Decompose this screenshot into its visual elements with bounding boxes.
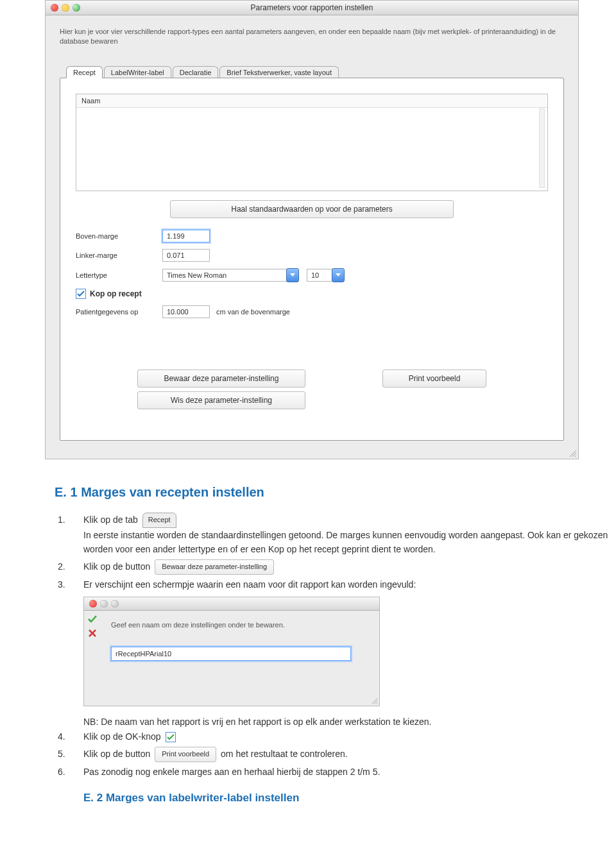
parameters-window: Parameters voor rapporten instellen Hier… [45, 0, 579, 459]
tab-recept[interactable]: Recept [66, 66, 103, 78]
step-3-text: Er verschijnt een schermpje waarin een n… [83, 577, 416, 591]
chevron-down-icon [336, 273, 341, 277]
minimize-icon [100, 600, 108, 608]
resize-handle[interactable] [46, 447, 578, 459]
font-select[interactable]: Times New Roman [162, 269, 287, 282]
section-heading-e1: E. 1 Marges van recepten instellen [55, 485, 616, 500]
top-margin-label: Boven-marge [76, 232, 162, 240]
dialog-name-input[interactable]: rReceptHPArial10 [111, 647, 351, 661]
inline-preview-button: Print voorbeeld [155, 747, 216, 762]
inline-ok-checkbox [166, 732, 176, 742]
step-2-text-a: Klik op de button [83, 561, 150, 572]
tab-declaratie[interactable]: Declaratie [173, 66, 219, 78]
font-dropdown-button[interactable] [286, 268, 299, 282]
ok-button[interactable] [87, 613, 98, 625]
dialog-message: Geef een naam om deze instellingen onder… [111, 621, 369, 629]
tab-bar: Recept LabelWriter-label Declaratie Brie… [66, 66, 564, 78]
close-icon[interactable] [89, 600, 97, 608]
step-3: Er verschijnt een schermpje waarin een n… [58, 577, 616, 591]
window-intro-text: Hier kun je voor vier verschillende rapp… [60, 27, 564, 47]
load-defaults-button[interactable]: Haal standaardwaarden op voor de paramet… [170, 200, 454, 218]
left-margin-label: Linker-marge [76, 251, 162, 259]
step-4-text: Klik op de OK-knop [83, 731, 161, 742]
step-6: Pas zonodig nog enkele marges aan en her… [58, 765, 616, 779]
step-1: Klik op de tab Recept In eerste instanti… [58, 513, 616, 557]
header-on-recipe-label: Kop op recept [90, 289, 142, 298]
chevron-down-icon [290, 273, 295, 277]
step-4: Klik op de OK-knop [58, 729, 616, 744]
check-icon [87, 614, 98, 624]
zoom-icon [111, 600, 119, 608]
cancel-button[interactable] [87, 627, 98, 639]
check-icon [167, 734, 175, 740]
close-icon [88, 629, 97, 638]
font-label: Lettertype [76, 271, 162, 279]
check-icon [77, 291, 85, 297]
resize-grip-icon [370, 697, 378, 704]
nb-text: NB: De naam van het rapport is vrij en h… [83, 717, 616, 727]
step-6-text: Pas zonodig nog enkele marges aan en her… [83, 765, 380, 779]
name-dialog: Geef een naam om deze instellingen onder… [83, 597, 380, 706]
print-preview-button[interactable]: Print voorbeeld [382, 370, 486, 387]
step-5-text-b: om het restultaat te controleren. [221, 749, 348, 759]
inline-save-button: Bewaar deze parameter-instelling [155, 559, 274, 575]
patient-data-suffix: cm van de bovenmarge [216, 308, 290, 316]
name-list-header: Naam [76, 94, 547, 108]
dialog-sidebar [84, 611, 101, 694]
patient-data-input[interactable]: 10.000 [162, 305, 210, 318]
patient-data-label: Patientgegevens op [76, 308, 162, 316]
window-title: Parameters voor rapporten instellen [46, 3, 578, 12]
font-size-dropdown-button[interactable] [332, 268, 345, 282]
section-heading-e2: E. 2 Marges van labelwriter-label instel… [83, 792, 616, 804]
resize-grip-icon [568, 448, 577, 457]
tab-panel-recept: Naam Haal standaardwaarden op voor de pa… [60, 78, 564, 441]
header-on-recipe-checkbox[interactable] [76, 289, 86, 299]
step-1-text-b: In eerste instantie worden de standaardi… [83, 530, 608, 554]
name-list[interactable]: Naam [76, 94, 548, 191]
tab-brief[interactable]: Brief Tekstverwerker, vaste layout [219, 66, 339, 78]
left-margin-input[interactable]: 0.071 [162, 249, 210, 262]
top-margin-input[interactable]: 1.199 [162, 230, 210, 243]
step-5: Klik op de button Print voorbeeld om het… [58, 747, 616, 762]
tab-labelwriter[interactable]: LabelWriter-label [104, 66, 171, 78]
step-1-text-a: Klik op de tab [83, 515, 138, 525]
dialog-titlebar [84, 597, 379, 611]
clear-settings-button[interactable]: Wis deze parameter-instelling [137, 391, 305, 409]
font-size-select[interactable]: 10 [307, 269, 332, 282]
inline-tab-recept: Recept [142, 513, 176, 528]
step-5-text-a: Klik op de button [83, 749, 150, 759]
save-settings-button[interactable]: Bewaar deze parameter-instelling [137, 370, 305, 387]
resize-handle[interactable] [84, 694, 379, 706]
window-titlebar: Parameters voor rapporten instellen [46, 1, 578, 15]
step-2: Klik op de button Bewaar deze parameter-… [58, 559, 616, 575]
